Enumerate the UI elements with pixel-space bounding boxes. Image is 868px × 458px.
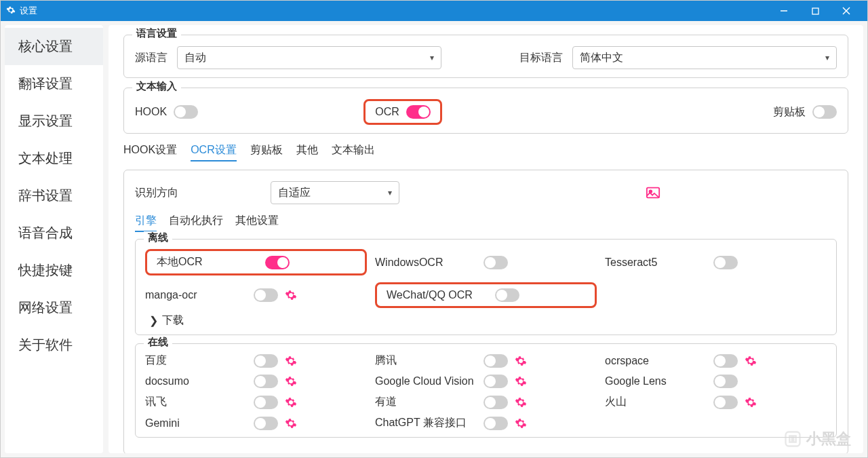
engine-toggle[interactable] [254, 288, 278, 302]
ocr-toggle[interactable] [406, 105, 431, 119]
titlebar: 设置 [1, 1, 867, 21]
engine-toggle[interactable] [713, 256, 738, 269]
tab-1[interactable]: OCR设置 [191, 143, 237, 161]
hook-toggle[interactable] [174, 105, 198, 119]
offline-legend: 离线 [144, 231, 172, 244]
target-language-label: 目标语言 [519, 51, 563, 65]
online-engine: ChatGPT 兼容接口 [375, 416, 597, 430]
online-engines-group: 在线 百度腾讯ocrspacedocsumoGoogle Cloud Visio… [135, 343, 837, 438]
minimize-button[interactable] [768, 1, 800, 21]
offline-engine: 本地OCR [145, 249, 367, 275]
engine-label: WindowsOCR [375, 256, 477, 269]
engine-toggle[interactable] [713, 396, 738, 409]
chevron-down-icon: ▾ [825, 53, 829, 62]
chevron-right-icon: ❯ [149, 314, 158, 327]
text-input-group: 文本输入 HOOK OCR 剪贴板 [123, 88, 848, 134]
hook-source: HOOK [135, 105, 198, 119]
sidebar-item-3[interactable]: 文本处理 [5, 140, 103, 177]
engine-toggle[interactable] [713, 375, 738, 388]
gear-icon[interactable] [745, 355, 757, 367]
online-legend: 在线 [144, 336, 172, 349]
online-engine: Google Lens [605, 375, 827, 388]
source-language-select[interactable]: 自动 ▾ [177, 46, 441, 69]
engine-toggle[interactable] [713, 354, 738, 368]
gear-icon[interactable] [515, 375, 527, 387]
gear-icon[interactable] [285, 396, 297, 408]
engine-label: Tesseract5 [605, 256, 707, 269]
engine-label: docsumo [145, 375, 247, 387]
language-settings-group: 语言设置 源语言 自动 ▾ 目标语言 简体中文 ▾ [123, 35, 848, 78]
text-input-legend: 文本输入 [132, 80, 181, 93]
settings-tabs: HOOK设置OCR设置剪贴板其他文本输出 [123, 143, 848, 161]
gear-icon[interactable] [515, 417, 527, 430]
offline-engine: manga-ocr [145, 282, 367, 308]
engine-toggle[interactable] [484, 375, 508, 388]
subtab-0[interactable]: 引擎 [135, 214, 157, 232]
subtab-1[interactable]: 自动化执行 [169, 214, 223, 232]
close-button[interactable] [831, 1, 862, 21]
offline-engine: WeChat/QQ OCR [375, 282, 597, 308]
sidebar-item-6[interactable]: 快捷按键 [5, 252, 103, 289]
engine-toggle[interactable] [254, 417, 278, 430]
gear-icon[interactable] [285, 417, 297, 430]
sidebar: 核心设置翻译设置显示设置文本处理辞书设置语音合成快捷按键网络设置关于软件 [5, 25, 103, 453]
language-settings-legend: 语言设置 [132, 27, 181, 40]
sidebar-item-8[interactable]: 关于软件 [5, 326, 103, 364]
engine-label: manga-ocr [145, 289, 247, 301]
engine-label: ChatGPT 兼容接口 [375, 416, 477, 430]
engine-label: ocrspace [605, 355, 707, 367]
settings-window: 设置 核心设置翻译设置显示设置文本处理辞书设置语音合成快捷按键网络设置关于软件 … [0, 0, 868, 458]
tab-3[interactable]: 其他 [296, 143, 318, 161]
ocr-subtabs: 引擎自动化执行其他设置 [135, 214, 837, 232]
gear-icon[interactable] [285, 355, 297, 367]
sidebar-item-2[interactable]: 显示设置 [5, 102, 103, 140]
maximize-button[interactable] [800, 1, 831, 21]
gear-icon[interactable] [515, 355, 527, 367]
engine-label: 有道 [375, 395, 477, 409]
subtab-2[interactable]: 其他设置 [235, 214, 279, 232]
engine-toggle[interactable] [265, 256, 290, 269]
chevron-down-icon: ▾ [430, 53, 434, 62]
sidebar-item-0[interactable]: 核心设置 [5, 28, 103, 65]
gear-icon[interactable] [285, 289, 297, 301]
sidebar-item-7[interactable]: 网络设置 [5, 289, 103, 326]
gear-icon[interactable] [285, 375, 297, 387]
image-icon[interactable] [646, 186, 660, 199]
engine-toggle[interactable] [484, 256, 508, 269]
chevron-down-icon: ▾ [388, 188, 392, 197]
online-engine: ocrspace [605, 354, 827, 368]
tab-0[interactable]: HOOK设置 [123, 143, 177, 161]
tab-2[interactable]: 剪贴板 [250, 143, 283, 161]
online-engine: docsumo [145, 375, 367, 388]
gear-icon[interactable] [515, 396, 527, 408]
target-language-select[interactable]: 简体中文 ▾ [572, 46, 837, 69]
engine-toggle[interactable] [484, 396, 508, 409]
online-engine: 百度 [145, 354, 367, 368]
source-language-label: 源语言 [135, 51, 167, 65]
online-engine: 有道 [375, 395, 597, 409]
engine-toggle[interactable] [484, 417, 508, 430]
clipboard-toggle[interactable] [812, 105, 837, 119]
download-row[interactable]: ❯ 下载 [145, 313, 827, 328]
gear-icon[interactable] [745, 396, 757, 408]
engine-label: Google Lens [605, 375, 707, 387]
ocr-source-highlight: OCR [363, 99, 442, 125]
recognition-direction-select[interactable]: 自适应 ▾ [271, 181, 399, 204]
sidebar-item-4[interactable]: 辞书设置 [5, 177, 103, 214]
engine-toggle[interactable] [495, 288, 519, 302]
recognition-direction-label: 识别方向 [135, 186, 257, 200]
engine-label: 火山 [605, 395, 707, 409]
sidebar-item-5[interactable]: 语音合成 [5, 214, 103, 252]
engine-toggle[interactable] [484, 354, 508, 368]
tab-4[interactable]: 文本输出 [332, 143, 375, 161]
engine-label: 本地OCR [157, 255, 258, 269]
engine-toggle[interactable] [254, 375, 278, 388]
offline-engines-group: 离线 本地OCRWindowsOCRTesseract5manga-ocrWeC… [135, 239, 837, 335]
gear-icon [6, 5, 16, 17]
engine-label: WeChat/QQ OCR [387, 289, 488, 301]
engine-toggle[interactable] [254, 396, 278, 409]
engine-toggle[interactable] [254, 354, 278, 368]
sidebar-item-1[interactable]: 翻译设置 [5, 65, 103, 102]
main-panel: 语言设置 源语言 自动 ▾ 目标语言 简体中文 ▾ 文本输 [108, 25, 863, 453]
engine-label: 百度 [145, 354, 247, 368]
